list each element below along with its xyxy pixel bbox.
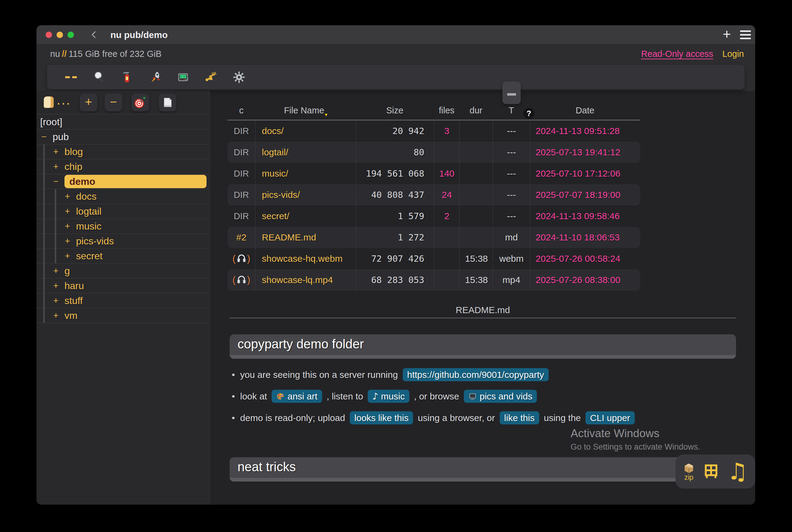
file-row[interactable]: #2README.md1 272md2024-11-10 18:06:53 <box>227 227 640 248</box>
file-name-link[interactable]: logtail/ <box>255 142 355 163</box>
tree-item-demo[interactable]: −demo <box>37 174 209 189</box>
file-row[interactable]: DIRpics-vids/40 808 43724---2025-07-07 1… <box>227 184 640 206</box>
file-row[interactable]: ()showcase-lq.mp468 283 05315:38mp42025-… <box>227 269 640 291</box>
readme-link-chip[interactable]: https://github.com/9001/copyparty <box>403 368 549 381</box>
tree-item-blog[interactable]: +blog <box>37 145 209 159</box>
tree-toggle[interactable]: + <box>65 251 76 261</box>
toolbar-pager-button[interactable]: 555-1275 <box>177 71 189 83</box>
file-name-link[interactable]: secret/ <box>255 206 355 227</box>
column-header-date[interactable]: Date <box>530 106 640 115</box>
tree-item-docs[interactable]: +docs <box>37 189 209 204</box>
duration-cell <box>459 206 493 227</box>
readonly-access-link[interactable]: Read-Only access <box>641 49 713 59</box>
music-note-icon[interactable]: ♫ <box>727 460 748 483</box>
page-title: nu pub/demo <box>110 25 168 44</box>
file-type-cell: --- <box>493 206 530 227</box>
toolbar-hide-crumbs-button[interactable] <box>65 71 77 83</box>
zoom-window-button[interactable] <box>68 32 74 38</box>
toolbar-trumpet-button[interactable] <box>205 71 218 83</box>
tree-toggle[interactable]: + <box>65 221 76 231</box>
tree-toggle[interactable]: + <box>53 162 65 172</box>
main-toolbar: 555-1275 <box>47 65 744 89</box>
help-badge[interactable]: ? <box>523 108 534 119</box>
bread-dots[interactable]: ... <box>57 92 71 108</box>
dashes-icon <box>65 71 77 83</box>
readme-link-chip[interactable]: ansi art <box>272 390 322 403</box>
tree-item-root[interactable]: [root] <box>37 115 209 130</box>
tree-item-secret[interactable]: +secret <box>37 249 209 264</box>
toolbar-rocket-button[interactable] <box>149 71 162 83</box>
readme-link-chip[interactable]: ♪music <box>368 390 409 403</box>
close-window-button[interactable] <box>45 32 52 38</box>
grid-view-icon[interactable] <box>703 463 719 480</box>
file-name-link[interactable]: pics-vids/ <box>255 184 355 206</box>
free-space: 115 GiB free of 232 GiB <box>69 49 162 59</box>
minimize-window-button[interactable] <box>57 32 63 38</box>
tree-toggle[interactable]: + <box>65 236 76 246</box>
readme-link-chip[interactable]: CLI upper <box>586 411 635 424</box>
tree-toggle[interactable]: + <box>65 191 76 202</box>
tree-toggle[interactable]: + <box>53 147 65 157</box>
traffic-lights <box>45 32 74 38</box>
tree-toggle[interactable]: + <box>53 266 65 276</box>
file-row[interactable]: DIRmusic/194 561 068140---2025-07-10 17:… <box>227 163 640 184</box>
svg-text:555-1275: 555-1275 <box>178 75 188 78</box>
sidebar-target-button[interactable] <box>131 94 149 111</box>
file-row[interactable]: ()showcase-hq.webm72 907 42615:38webm202… <box>227 248 640 269</box>
tree-toggle[interactable]: + <box>53 281 65 291</box>
package-icon <box>683 462 695 474</box>
toolbar-settings-button[interactable] <box>233 71 245 83</box>
tree-item-logtail[interactable]: +logtail <box>37 204 209 219</box>
tree-item-g[interactable]: +g <box>37 264 209 279</box>
sidebar-clipboard-button[interactable] <box>159 94 177 111</box>
column-header-dur[interactable]: dur <box>459 106 493 115</box>
sidebar-collapse-button[interactable]: − <box>105 94 122 111</box>
file-row[interactable]: DIRsecret/1 5792---2024-11-13 09:58:46 <box>227 206 640 227</box>
tree-item-vm[interactable]: +vm <box>37 308 209 323</box>
tree-item-label: g <box>65 265 70 277</box>
file-name-link[interactable]: README.md <box>255 227 355 248</box>
new-tab-button[interactable]: + <box>723 27 731 41</box>
tree-toggle[interactable]: + <box>53 310 65 321</box>
toolbar-search-button[interactable] <box>93 71 106 83</box>
toolbar-fire-extinguisher-button[interactable] <box>121 71 133 83</box>
column-header-size[interactable]: Size <box>355 106 434 115</box>
file-name-link[interactable]: docs/ <box>255 120 355 142</box>
login-link[interactable]: Login <box>722 49 744 59</box>
tree-item-pics-vids[interactable]: +pics-vids <box>37 234 209 249</box>
tree-item-music[interactable]: +music <box>37 219 209 234</box>
tree-toggle[interactable]: − <box>53 176 65 187</box>
tree-item-stuff[interactable]: +stuff <box>37 293 209 308</box>
tree-toggle[interactable]: − <box>41 132 53 142</box>
file-row[interactable]: DIRlogtail/80---2025-07-13 19:41:12 <box>227 142 640 163</box>
bread-icon[interactable] <box>41 95 56 110</box>
readme-link-chip[interactable]: like this <box>500 411 539 424</box>
file-name-link[interactable]: music/ <box>255 163 355 184</box>
column-header-file-name[interactable]: File Name▾ <box>255 106 355 115</box>
menu-icon[interactable] <box>740 31 751 39</box>
column-header-c[interactable]: c <box>227 106 255 115</box>
tree-toggle[interactable]: + <box>65 206 76 216</box>
column-header-files[interactable]: files <box>434 106 459 115</box>
bullet-text: demo is read-only; upload <box>240 413 348 423</box>
zip-download-button[interactable]: zip <box>683 462 695 481</box>
file-list: cFile Name▾SizefilesdurTDate DIRdocs/20 … <box>227 101 640 291</box>
file-count-cell: 2 <box>434 206 459 227</box>
date-cell: 2025-07-07 18:19:00 <box>530 184 640 206</box>
bullet-text: , or browse <box>414 391 462 401</box>
tree-item-chip[interactable]: +chip <box>37 159 209 174</box>
sidebar-expand-button[interactable]: + <box>80 94 97 111</box>
file-row[interactable]: DIRdocs/20 9423---2024-11-13 09:51:28 <box>227 120 640 142</box>
file-name-link[interactable]: showcase-lq.mp4 <box>255 269 355 291</box>
file-name-link[interactable]: showcase-hq.webm <box>255 248 355 269</box>
bullet-text: using the <box>544 413 583 423</box>
tree-toggle[interactable]: + <box>53 296 65 306</box>
tree-item-haru[interactable]: +haru <box>37 279 209 293</box>
readme-link-chip[interactable]: looks like this <box>350 411 413 424</box>
file-kind-cell: #2 <box>227 227 255 248</box>
readme-link-chip[interactable]: pics and vids <box>464 390 537 403</box>
scroll-minus-button[interactable] <box>502 81 521 104</box>
tree-item-pub[interactable]: −pub <box>37 130 209 145</box>
back-chevron-icon[interactable] <box>90 31 98 39</box>
bullet-text: , listen to <box>327 391 366 401</box>
